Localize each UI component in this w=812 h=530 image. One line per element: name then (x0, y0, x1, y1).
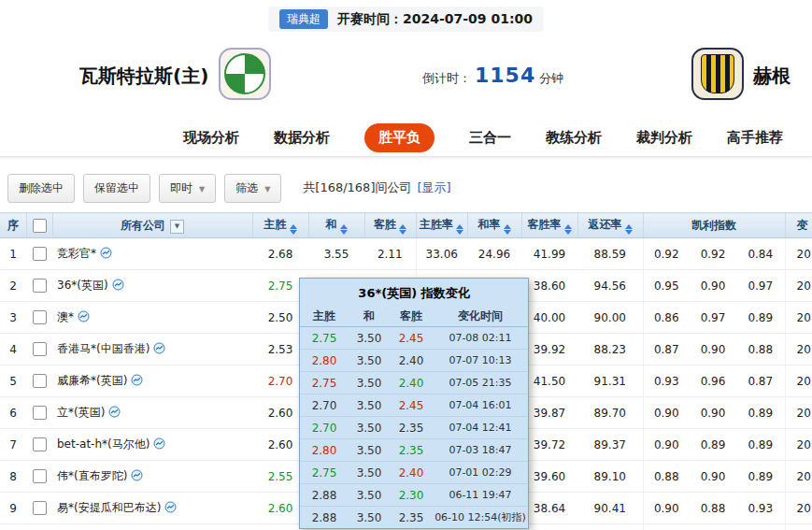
sort-icon[interactable] (564, 224, 572, 235)
company-name[interactable]: 伟*(直布罗陀) (57, 469, 127, 482)
return-rate-cell: 88.23 (577, 334, 643, 365)
col-header-draw[interactable]: 和 (308, 213, 364, 238)
return-rate-cell: 88.59 (577, 238, 643, 270)
odds-trend-icon[interactable] (164, 501, 177, 513)
popup-home-odds: 2.80 (300, 354, 349, 367)
col-header-checkbox (26, 213, 52, 238)
company-name[interactable]: 竞彩官* (57, 247, 96, 260)
col-header-change[interactable]: 变 (785, 213, 812, 238)
tab-three-in-one[interactable]: 三合一 (469, 129, 511, 147)
topbar: 瑞典超 开赛时间：2024-07-09 01:00 (0, 7, 812, 32)
change-cell: 20 (785, 493, 812, 524)
row-seq: 7 (0, 429, 26, 461)
select-all-checkbox[interactable] (33, 219, 47, 233)
company-name[interactable]: 易*(安提瓜和巴布达) (57, 501, 161, 514)
kelly-home-cell: 0.93 (643, 365, 690, 397)
row-checkbox[interactable] (33, 406, 47, 420)
row-checkbox[interactable] (33, 279, 47, 293)
row-checkbox[interactable] (33, 374, 47, 388)
sort-icon[interactable] (625, 224, 633, 235)
odds-draw-cell[interactable]: 3.55 (308, 238, 364, 270)
col-header-home[interactable]: 主胜 (252, 213, 308, 238)
popup-row: 2.75 3.50 2.45 07-08 02:11 (300, 327, 528, 350)
odds-trend-icon[interactable] (153, 437, 165, 450)
row-checkbox[interactable] (33, 310, 47, 324)
league-badge[interactable]: 瑞典超 (279, 9, 328, 29)
kickoff-time: 开赛时间：2024-07-09 01:00 (337, 11, 533, 28)
tab-win-draw-loss[interactable]: 胜平负 (364, 123, 434, 152)
filter-dropdown[interactable]: 筛选▼ (224, 174, 281, 203)
kelly-draw-cell: 0.97 (690, 302, 736, 334)
sort-icon[interactable] (290, 224, 297, 235)
keep-selected-button[interactable]: 保留选中 (83, 174, 150, 203)
away-rate-cell: 39.92 (521, 334, 577, 365)
sort-icon[interactable] (504, 224, 511, 235)
col-header-kelly[interactable]: 凯利指数 (643, 213, 785, 238)
sort-icon[interactable] (340, 224, 348, 235)
row-seq: 4 (0, 334, 26, 365)
row-seq: 1 (0, 238, 26, 270)
popup-draw-odds: 3.50 (349, 511, 390, 524)
company-cell: Interw*(奥地利) (52, 524, 252, 530)
tab-expert-picks[interactable]: 高手推荐 (727, 129, 783, 147)
row-checkbox[interactable] (33, 469, 47, 483)
tab-live-analysis[interactable]: 现场分析 (183, 129, 239, 147)
odds-trend-icon[interactable] (78, 310, 90, 322)
col-header-company[interactable]: 所有公司▼ (52, 213, 252, 238)
col-header-return-rate[interactable]: 返还率 (577, 213, 643, 238)
row-checkbox[interactable] (33, 342, 47, 356)
away-rate-cell: 38.60 (521, 270, 577, 302)
company-name[interactable]: 香港马*(中国香港) (57, 342, 150, 355)
popup-home-odds: 2.88 (300, 511, 349, 524)
row-checkbox[interactable] (33, 501, 47, 515)
odds-trend-icon[interactable] (153, 342, 165, 354)
company-filter-dropdown-icon[interactable]: ▼ (170, 220, 184, 234)
popup-draw-odds: 3.50 (349, 422, 390, 435)
return-rate-cell: 89.37 (577, 429, 643, 461)
row-checkbox[interactable] (33, 247, 47, 261)
odds-page: 瑞典超 开赛时间：2024-07-09 01:00 瓦斯特拉斯(主) 倒计时： … (0, 0, 812, 530)
tab-coach-analysis[interactable]: 教练分析 (546, 129, 602, 147)
popup-home-odds: 2.75 (300, 377, 349, 390)
col-header-draw-rate[interactable]: 和率 (467, 213, 521, 238)
company-name[interactable]: 澳* (57, 310, 74, 323)
row-checkbox[interactable] (33, 437, 47, 451)
kelly-away-cell: 0.87 (736, 365, 785, 397)
odds-home-cell[interactable]: 2.68 (252, 238, 308, 270)
odds-trend-icon[interactable] (131, 469, 143, 481)
col-header-away-rate[interactable]: 客胜率 (521, 213, 577, 238)
instant-dropdown[interactable]: 即时▼ (159, 174, 216, 203)
odds-trend-icon[interactable] (131, 374, 143, 386)
nav-tabs: 现场分析 数据分析 胜平负 三合一 教练分析 裁判分析 高手推荐 (0, 120, 812, 157)
odds-trend-icon[interactable] (112, 279, 124, 291)
odds-away-cell[interactable]: 2.11 (364, 238, 416, 270)
col-header-home-rate[interactable]: 主胜率 (416, 213, 467, 238)
sort-icon[interactable] (399, 224, 406, 235)
kelly-draw-cell: 0.90 (690, 397, 736, 429)
popup-row: 2.75 3.50 2.40 07-05 21:35 (300, 372, 528, 394)
return-rate-cell: 94.56 (577, 270, 643, 302)
row-seq: 2 (0, 270, 26, 302)
show-link[interactable]: [显示] (417, 179, 450, 196)
kelly-away-cell: 0.84 (736, 238, 785, 270)
company-name[interactable]: 立*(英国) (57, 406, 105, 419)
tab-data-analysis[interactable]: 数据分析 (274, 129, 330, 147)
tab-referee-analysis[interactable]: 裁判分析 (636, 129, 692, 147)
row-seq: 3 (0, 302, 26, 334)
odds-trend-icon[interactable] (108, 406, 121, 418)
company-name[interactable]: bet-at-h*(马尔他) (57, 437, 150, 451)
return-rate-cell: 94.16 (577, 524, 643, 530)
col-header-away[interactable]: 客胜 (364, 213, 416, 238)
delete-selected-button[interactable]: 删除选中 (7, 174, 75, 203)
kelly-draw-cell: 0.90 (690, 461, 736, 493)
change-cell: 20 (785, 238, 812, 270)
countdown: 倒计时： 1154 分钟 (422, 64, 563, 87)
popup-draw-odds: 3.50 (349, 377, 390, 390)
sort-icon[interactable] (456, 224, 463, 235)
popup-away-odds: 2.45 (390, 399, 433, 412)
popup-col-away: 客胜 (390, 308, 433, 324)
company-name[interactable]: 威廉希*(英国) (57, 374, 127, 387)
company-name[interactable]: 36*(英国) (57, 279, 108, 292)
popup-change-time: 07-04 12:41 (433, 422, 528, 434)
odds-trend-icon[interactable] (100, 247, 112, 259)
